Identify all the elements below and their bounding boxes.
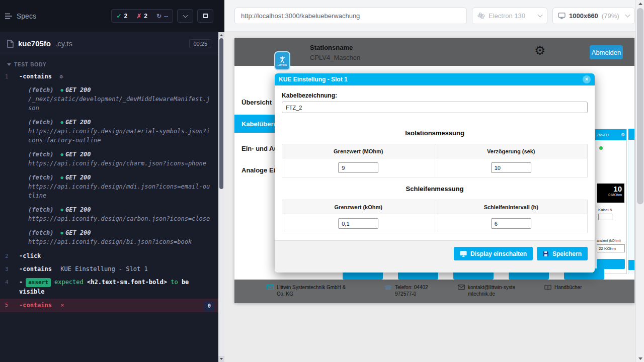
reporter-scrollbar[interactable]: [218, 0, 224, 362]
fetch-log-entry[interactable]: (fetch)●GET 200 https://api.iconify.desi…: [0, 148, 218, 169]
retry-count-badge: 0: [204, 301, 214, 311]
card-button[interactable]: [597, 259, 625, 269]
display-on-button[interactable]: Display einschalten: [454, 247, 533, 260]
command-name: -click: [19, 252, 41, 259]
cable-designation-input[interactable]: [282, 102, 588, 113]
fetch-label: (fetch): [28, 174, 54, 181]
assert-text: to: [171, 279, 178, 286]
stat-failed[interactable]: ✗ 2: [132, 10, 152, 22]
stat-pending[interactable]: ↻ --: [152, 10, 173, 22]
table-cell: [282, 214, 435, 233]
footer-email[interactable]: kontakt@littwin-systemtechnik.de: [458, 284, 519, 297]
station-value: CPLV4_Maschen: [310, 54, 360, 61]
scroll-up-arrow[interactable]: [218, 32, 224, 38]
display-on-label: Display einschalten: [470, 250, 527, 257]
logo-text: LITTWIN: [278, 64, 287, 66]
fetch-status: GET 200: [65, 151, 91, 158]
scrollbar-track[interactable]: [218, 32, 224, 362]
fetch-label: (fetch): [28, 151, 54, 158]
reporter-toolbar: Specs ✓ 2 ✗ 2 ↻ --: [0, 0, 218, 32]
logout-button[interactable]: Abmelden: [590, 45, 623, 59]
command-contains-1[interactable]: 1 -contains ⚙: [0, 70, 218, 83]
nav-item-analog[interactable]: Analoge Ei: [242, 166, 275, 174]
assert-selector: <h2.text-sm.font-bold>: [87, 279, 167, 286]
viewport-select[interactable]: 1000x660 (79%): [552, 8, 635, 24]
gear-icon[interactable]: ⚙: [621, 132, 625, 137]
page-scrollbar[interactable]: [635, 0, 644, 362]
fetch-log-entry[interactable]: (fetch)●GET 200 https://api.iconify.desi…: [0, 204, 218, 225]
nav-item-cable-monitoring[interactable]: Kabelüberw: [234, 115, 280, 133]
isolation-limit-input[interactable]: [338, 162, 378, 173]
status-dot-icon: ●: [61, 207, 63, 212]
url-toolbar: Electron 130 1000x660 (79%): [224, 0, 635, 32]
fetch-status: GET 200: [65, 119, 91, 126]
command-contains-failed[interactable]: 5 -contains × 0: [0, 299, 218, 312]
next-card-edge: [628, 129, 634, 274]
modal-footer: Display einschalten Speichern: [275, 240, 595, 273]
stop-button[interactable]: [197, 9, 213, 23]
test-body-toggle[interactable]: TEST BODY: [0, 55, 218, 70]
footer-phone: ☎ Telefon: 04402 972577-0: [384, 284, 444, 297]
electron-icon: [477, 12, 485, 20]
fetch-log-entry[interactable]: (fetch)●GET 200 /_next/static/developmen…: [0, 84, 218, 114]
isolation-col-delay: Verzögerung (sek): [435, 144, 588, 158]
card-header-edge: [628, 129, 634, 140]
app-under-test: LITTWIN Stationsname CPLV4_Maschen ⚙ Abm…: [234, 38, 634, 303]
fetch-status: GET 200: [65, 174, 91, 181]
triangle-down-icon: [7, 63, 11, 66]
command-contains-2[interactable]: 3 -contains KUE Einstellung - Slot 1: [0, 263, 218, 275]
status-dot-icon: ●: [61, 230, 63, 235]
small-input[interactable]: [598, 214, 612, 220]
specs-button[interactable]: Specs: [5, 12, 36, 20]
fetch-status: GET 200: [65, 229, 91, 236]
nav-item-overview[interactable]: Übersicht: [242, 99, 272, 106]
nav-item-io[interactable]: Ein- und Au: [242, 145, 278, 152]
fetch-label: (fetch): [28, 119, 54, 126]
fetch-log-entry[interactable]: (fetch)●GET 200 https://api.iconify.desi…: [0, 171, 218, 202]
scroll-up-arrow[interactable]: [636, 0, 644, 7]
command-name: -contains: [19, 73, 52, 80]
footer-manuals[interactable]: Handbücher: [544, 284, 582, 291]
specs-list-icon: [5, 13, 13, 19]
close-icon[interactable]: ×: [583, 75, 591, 83]
test-stats: ✓ 2 ✗ 2 ↻ --: [111, 9, 173, 23]
scrollbar-thumb[interactable]: [637, 8, 643, 204]
browser-select[interactable]: Electron 130: [472, 8, 547, 24]
scrollbar-thumb[interactable]: [219, 38, 223, 189]
loop-interval-input[interactable]: [491, 218, 531, 229]
isolation-delay-input[interactable]: [491, 162, 531, 173]
runner-main: Electron 130 1000x660 (79%) LITTWIN Stat…: [224, 0, 635, 362]
fetch-url: https://api.iconify.design/charm.json?ic…: [28, 159, 213, 168]
command-click[interactable]: 2 -click: [0, 250, 218, 262]
cable-name: Kabel 5: [598, 208, 612, 212]
settings-gear-icon[interactable]: ⚙: [534, 44, 545, 57]
fetch-log-entry[interactable]: (fetch)●GET 200 https://api.iconify.desi…: [0, 227, 218, 248]
loop-limit-input[interactable]: [338, 218, 378, 229]
scroll-down-arrow[interactable]: [636, 355, 644, 362]
stat-passed[interactable]: ✓ 2: [112, 10, 132, 22]
arrow-down-icon: [638, 357, 642, 360]
chevron-down-icon: [183, 13, 188, 18]
specs-label: Specs: [17, 12, 36, 20]
book-icon: [544, 285, 551, 290]
url-input[interactable]: [234, 8, 467, 24]
card-header: 766-FO ⚙: [595, 129, 626, 140]
spec-header[interactable]: kue705fo .cy.ts 00:25: [0, 32, 218, 55]
assert-text: expected: [54, 279, 84, 286]
scroll-down-arrow[interactable]: [218, 356, 224, 362]
app-footer: Littwin Systemtechnik GmbH & Co. KG ☎ Te…: [234, 280, 634, 303]
test-body-label: TEST BODY: [14, 62, 46, 67]
fetch-log-entry[interactable]: (fetch)●GET 200 https://api.iconify.desi…: [0, 116, 218, 146]
fetch-label: (fetch): [28, 229, 54, 236]
save-button[interactable]: Speichern: [537, 247, 588, 260]
check-icon: ✓: [116, 13, 121, 20]
isolation-heading: Isolationsmessung: [282, 129, 588, 137]
table-cell: [282, 158, 435, 177]
collapse-button[interactable]: [177, 9, 193, 23]
spec-extension: .cy.ts: [55, 39, 72, 48]
command-assert[interactable]: 4 -assertexpected <h2.text-sm.font-bold>…: [0, 276, 218, 298]
arrow-down-icon: [220, 358, 223, 360]
command-argument: KUE Einstellung - Slot 1: [60, 265, 147, 273]
status-dot-icon: ●: [61, 120, 63, 125]
passed-count: 2: [124, 13, 128, 20]
